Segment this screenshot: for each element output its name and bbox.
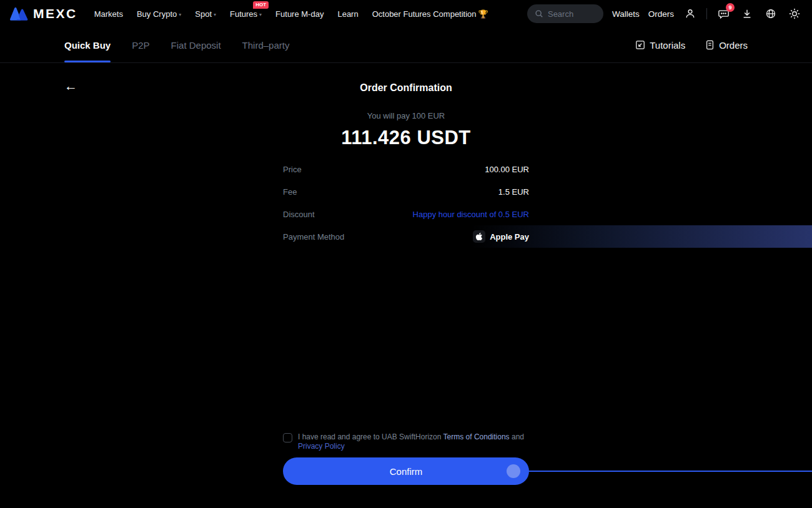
receive-amount: 111.426 USDT	[283, 127, 529, 149]
navbar-divider	[706, 8, 707, 19]
subnav-right: Tutorials Orders	[635, 40, 748, 51]
nav-markets[interactable]: Markets	[89, 6, 129, 22]
payment-method-name: Apple Pay	[490, 232, 529, 242]
pay-subtitle: You will pay 100 EUR	[283, 111, 529, 120]
apple-pay-icon	[473, 230, 485, 243]
pointer-annotation-line	[513, 471, 812, 472]
chat-count-badge: 9	[726, 3, 735, 12]
agreement-section: I have read and agree to UAB SwiftHorizo…	[283, 432, 529, 451]
privacy-policy-link[interactable]: Privacy Policy	[298, 442, 345, 451]
tab-fiat-deposit[interactable]: Fiat Deposit	[171, 27, 221, 62]
fee-value: 1.5 EUR	[498, 187, 529, 197]
nav-october-futures-competition[interactable]: October Futures Competition 🏆	[367, 6, 494, 22]
search-box[interactable]	[527, 4, 603, 23]
chevron-down-icon: ▾	[259, 12, 262, 17]
price-label: Price	[283, 165, 302, 174]
nav-buy-crypto[interactable]: Buy Crypto ▾	[131, 6, 187, 22]
user-icon[interactable]	[683, 6, 698, 21]
trophy-icon: 🏆	[478, 9, 488, 19]
main-nav: Markets Buy Crypto ▾ Spot ▾ Futures ▾ HO…	[89, 6, 494, 22]
tab-third-party[interactable]: Third–party	[242, 27, 290, 62]
language-globe-icon[interactable]	[763, 6, 778, 21]
support-chat-icon[interactable]: 9	[716, 6, 731, 21]
nav-learn[interactable]: Learn	[332, 6, 364, 22]
discount-label: Discount	[283, 210, 315, 219]
agreement-checkbox[interactable]	[283, 433, 292, 442]
tab-p2p[interactable]: P2P	[132, 27, 149, 62]
hot-badge: HOT	[253, 1, 269, 9]
nav-spot[interactable]: Spot ▾	[189, 6, 222, 22]
back-arrow-icon[interactable]: ←	[64, 79, 77, 92]
payment-method-label: Payment Method	[283, 232, 344, 242]
terms-of-conditions-link[interactable]: Terms of Conditions	[443, 432, 510, 441]
chevron-down-icon: ▾	[214, 12, 216, 17]
order-detail-rows: Price 100.00 EUR Fee 1.5 EUR Discount Ha…	[283, 158, 529, 248]
payment-method-value[interactable]: Apple Pay	[473, 230, 529, 243]
discount-value[interactable]: Happy hour discount of 0.5 EUR	[413, 210, 529, 219]
subnav-orders-link[interactable]: Orders	[705, 40, 748, 51]
order-column: Order Confirmation You will pay 100 EUR …	[283, 63, 529, 485]
mexc-logo[interactable]: MEXC	[10, 6, 77, 21]
buy-crypto-subnav: Quick Buy P2P Fiat Deposit Third–party T…	[0, 27, 812, 63]
nav-futures[interactable]: Futures ▾ HOT	[224, 6, 267, 22]
search-input[interactable]	[548, 9, 598, 19]
chevron-down-icon: ▾	[179, 12, 181, 17]
mexc-logo-icon	[10, 7, 29, 21]
top-navbar: MEXC Markets Buy Crypto ▾ Spot ▾ Futures…	[0, 0, 812, 27]
discount-row: Discount Happy hour discount of 0.5 EUR	[283, 203, 529, 225]
pointer-annotation-dot	[507, 464, 520, 478]
tutorials-icon	[635, 40, 645, 50]
confirm-button[interactable]: Confirm	[283, 457, 529, 485]
search-icon	[535, 9, 543, 18]
tab-quick-buy[interactable]: Quick Buy	[64, 27, 111, 62]
orders-link[interactable]: Orders	[648, 9, 674, 19]
payment-method-row: Payment Method Apple Pay	[283, 225, 529, 248]
theme-toggle-icon[interactable]	[787, 6, 802, 21]
fee-label: Fee	[283, 187, 297, 197]
price-value: 100.00 EUR	[485, 165, 529, 174]
agreement-text: I have read and agree to UAB SwiftHorizo…	[298, 432, 529, 451]
page-title: Order Confirmation	[283, 82, 529, 94]
wallets-link[interactable]: Wallets	[612, 9, 640, 19]
tutorials-link[interactable]: Tutorials	[635, 40, 685, 51]
fee-row: Fee 1.5 EUR	[283, 180, 529, 203]
order-confirmation-page: ← Order Confirmation You will pay 100 EU…	[0, 63, 812, 507]
nav-future-m-day[interactable]: Future M-day	[270, 6, 329, 22]
mexc-logo-text: MEXC	[33, 6, 77, 21]
price-row: Price 100.00 EUR	[283, 158, 529, 180]
navbar-right: Wallets Orders 9	[527, 4, 802, 23]
orders-doc-icon	[705, 40, 715, 50]
subnav-tabs: Quick Buy P2P Fiat Deposit Third–party	[64, 27, 289, 62]
download-app-icon[interactable]	[740, 6, 755, 21]
